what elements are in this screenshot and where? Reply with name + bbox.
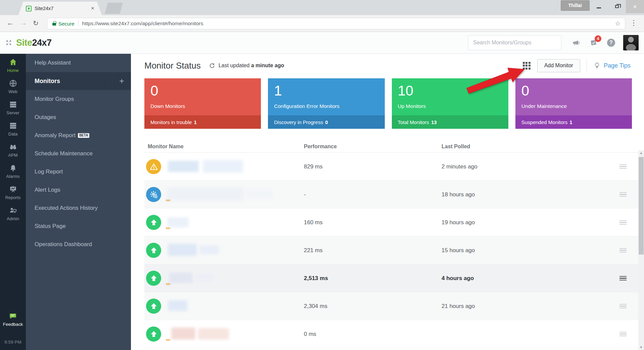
status-up-icon — [146, 299, 161, 314]
url-text: https://www.site24x7.com/app/client#/hom… — [82, 21, 203, 27]
rail-item-alarms[interactable]: Alarms — [0, 164, 26, 179]
back-button[interactable]: ← — [7, 18, 14, 27]
nav-rail-items: HomeWebServerDataAPMAlarmsReportsAdmin — [0, 58, 26, 227]
browser-menu-icon[interactable]: ⋮ — [630, 19, 637, 27]
beta-badge: BETA — [78, 133, 89, 138]
app-header: Site24x7 4 ? — [0, 32, 644, 54]
monitor-table: Monitor Name Performance Last Polled 829… — [144, 141, 638, 348]
scroll-thumb[interactable] — [639, 157, 644, 255]
alarms-icon — [9, 164, 17, 172]
restore-button[interactable] — [608, 0, 626, 13]
refresh-button[interactable]: ↻ — [33, 19, 39, 27]
new-tab-button[interactable] — [105, 3, 123, 14]
page-tips-link[interactable]: Page Tips — [604, 62, 631, 69]
restore-icon — [615, 5, 619, 8]
url-bar[interactable]: Secure https://www.site24x7.com/app/clie… — [47, 18, 625, 29]
add-monitor-plus-icon[interactable]: + — [112, 72, 131, 90]
sidebar-item-outages[interactable]: Outages — [26, 108, 131, 126]
tab-close-icon[interactable]: × — [91, 5, 94, 12]
status-up-icon — [146, 271, 161, 286]
sidebar-item-monitors[interactable]: Monitors+ — [26, 72, 131, 90]
monitor-row[interactable]: -18 hours ago — [144, 181, 638, 208]
monitor-name-cell — [165, 236, 304, 264]
card-footer-label: Discovery in Progress — [274, 119, 323, 125]
row-menu-icon[interactable] — [619, 163, 627, 170]
sidebar-item-anomaly-report[interactable]: Anomaly ReportBETA — [26, 126, 131, 145]
redacted-monitor-name — [168, 161, 199, 172]
sidebar-item-log-report[interactable]: Log Report — [26, 163, 131, 181]
monitor-row[interactable]: 221 ms15 hours ago — [144, 236, 638, 264]
row-menu-icon[interactable] — [619, 275, 627, 282]
refresh-status-icon[interactable] — [209, 63, 215, 69]
collapse-nav-icon[interactable] — [5, 39, 12, 46]
rail-item-web[interactable]: Web — [0, 79, 26, 94]
sidebar-item-label: Schedule Maintenance — [35, 150, 93, 157]
last-polled-value: 4 hours ago — [442, 275, 609, 282]
monitor-row[interactable]: 160 ms19 hours ago — [144, 208, 638, 236]
performance-value: - — [304, 191, 442, 198]
rail-item-server[interactable]: Server — [0, 100, 26, 115]
help-icon[interactable]: ? — [607, 39, 615, 47]
sidebar-item-label: Alert Logs — [35, 187, 60, 193]
minimize-button[interactable] — [590, 0, 608, 13]
sidebar-item-operations-dashboard[interactable]: Operations Dashboard — [26, 235, 131, 254]
card-footer-value: 0 — [325, 119, 328, 125]
row-menu-icon[interactable] — [619, 331, 627, 338]
bookmark-star-icon[interactable]: ☆ — [615, 20, 620, 27]
sidebar-item-schedule-maintenance[interactable]: Schedule Maintenance — [26, 145, 131, 163]
scroll-up-button[interactable]: ▲ — [638, 150, 644, 156]
status-card-under-maintenance[interactable]: 0Under MaintenanceSuspended Monitors1 — [515, 78, 632, 129]
row-menu-icon[interactable] — [619, 219, 627, 226]
redacted-text-tick — [166, 200, 170, 201]
performance-value: 0 ms — [304, 331, 442, 338]
announcements-icon[interactable] — [571, 38, 580, 47]
sidebar-item-status-page[interactable]: Status Page — [26, 217, 131, 235]
forward-button[interactable]: → — [20, 18, 27, 27]
status-card-configuration-error-monitors[interactable]: 1Configuration Error MonitorsDiscovery i… — [268, 78, 384, 129]
redacted-monitor-name — [199, 245, 219, 255]
status-card-down-monitors[interactable]: 0Down MonitorsMonitors in trouble1 — [144, 78, 261, 129]
sidebar-item-label: Status Page — [35, 223, 66, 229]
monitor-row[interactable]: 829 ms2 minutes ago — [144, 153, 638, 181]
close-button[interactable]: × — [626, 0, 644, 13]
card-footer-value: 1 — [194, 119, 196, 125]
card-footer: Monitors in trouble1 — [144, 115, 261, 129]
monitor-row[interactable]: 2,304 ms21 hours ago — [144, 292, 638, 320]
user-avatar[interactable] — [623, 35, 639, 50]
col-last-polled: Last Polled — [442, 144, 609, 150]
last-polled-value: 2 minutes ago — [442, 163, 609, 170]
row-menu-icon[interactable] — [619, 191, 627, 198]
rail-item-data[interactable]: Data — [0, 121, 26, 137]
apps-grid-icon[interactable] — [523, 62, 531, 70]
status-card-up-monitors[interactable]: 10Up MonitorsTotal Monitors13 — [392, 78, 508, 129]
sidebar-item-monitor-groups[interactable]: Monitor Groups — [26, 90, 131, 108]
notifications-icon[interactable]: 4 — [589, 38, 598, 47]
monitor-row[interactable]: 0 ms — [144, 320, 638, 348]
nav-rail: HomeWebServerDataAPMAlarmsReportsAdmin F… — [0, 54, 26, 350]
col-performance: Performance — [304, 144, 442, 150]
scroll-down-button[interactable]: ▼ — [638, 345, 644, 350]
browser-profile-button[interactable]: Thillai — [561, 0, 590, 11]
last-polled-value: 18 hours ago — [442, 191, 609, 198]
card-count: 1 — [274, 83, 378, 99]
sidebar-item-label: Executed Actions History — [35, 205, 98, 211]
rail-item-admin[interactable]: Admin — [0, 206, 26, 221]
last-updated-text: Last updated a minute ago — [219, 63, 284, 69]
rail-item-apm[interactable]: APM — [0, 143, 26, 158]
row-menu-icon[interactable] — [619, 247, 627, 254]
add-monitor-button[interactable]: Add Monitor — [537, 59, 580, 72]
rail-item-home[interactable]: Home — [0, 58, 26, 73]
sidebar-item-label: Log Report — [35, 168, 63, 175]
sidebar-item-help-assistant[interactable]: Help Assistant — [26, 54, 131, 72]
feedback-button[interactable]: Feedback — [3, 312, 23, 327]
performance-value: 221 ms — [304, 247, 442, 254]
card-footer-label: Monitors in trouble — [150, 119, 192, 125]
browser-tab[interactable]: Site24x7 × — [18, 2, 102, 15]
browser-tabstrip: Site24x7 × Thillai × — [0, 0, 644, 15]
monitor-row[interactable]: 2,513 ms4 hours ago — [144, 264, 638, 292]
sidebar-item-alert-logs[interactable]: Alert Logs — [26, 181, 131, 199]
row-menu-icon[interactable] — [619, 303, 627, 310]
rail-item-reports[interactable]: Reports — [0, 185, 26, 200]
sidebar-item-executed-actions-history[interactable]: Executed Actions History — [26, 199, 131, 217]
search-input[interactable] — [468, 35, 561, 50]
